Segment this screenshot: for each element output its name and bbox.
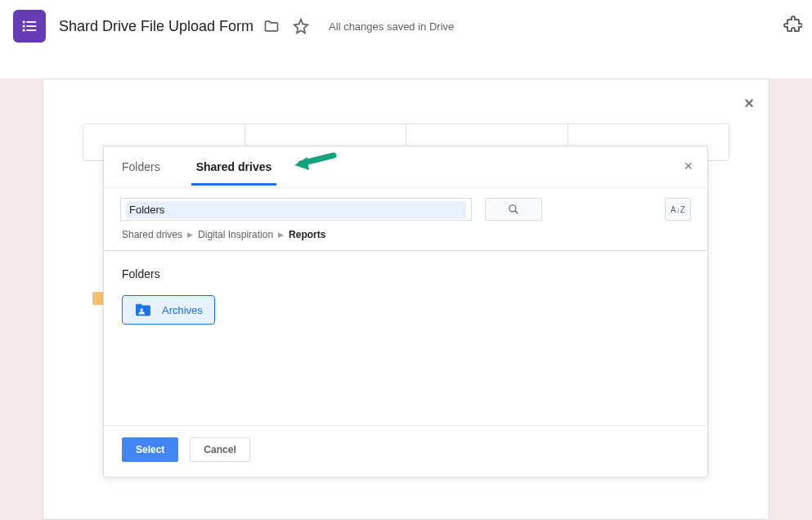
forms-logo[interactable] xyxy=(13,10,46,43)
svg-rect-5 xyxy=(26,29,36,31)
file-picker-modal: Folders Shared drives × A↓Z Shared drive… xyxy=(103,146,708,477)
svg-rect-1 xyxy=(26,21,36,23)
chevron-right-icon: ▶ xyxy=(187,231,193,239)
select-button[interactable]: Select xyxy=(122,437,178,462)
folders-section-label: Folders xyxy=(122,267,689,280)
svg-rect-4 xyxy=(23,29,25,32)
picker-tabs: Folders Shared drives × xyxy=(104,146,707,187)
svg-rect-2 xyxy=(23,25,25,28)
close-icon[interactable]: × xyxy=(744,94,754,113)
svg-rect-0 xyxy=(23,21,25,24)
cancel-button[interactable]: Cancel xyxy=(190,437,249,462)
folder-item-label: Archives xyxy=(162,304,203,316)
sort-button[interactable]: A↓Z xyxy=(665,198,691,221)
forms-logo-icon xyxy=(20,17,38,35)
folder-icon[interactable] xyxy=(263,18,280,34)
breadcrumb-level1[interactable]: Digital Inspiration xyxy=(198,229,273,240)
save-status: All changes saved in Drive xyxy=(329,20,454,33)
star-icon[interactable] xyxy=(293,18,309,34)
document-title[interactable]: Shard Drive File Upload Form xyxy=(59,18,253,35)
search-icon xyxy=(508,204,519,215)
breadcrumb-current: Reports xyxy=(289,229,325,240)
breadcrumb: Shared drives ▶ Digital Inspiration ▶ Re… xyxy=(104,226,707,250)
folder-item-archives[interactable]: Archives xyxy=(122,295,215,325)
svg-point-8 xyxy=(140,308,143,312)
picker-footer: Select Cancel xyxy=(104,425,707,477)
svg-line-7 xyxy=(515,211,518,214)
svg-rect-3 xyxy=(26,25,36,27)
picker-body: Folders Archives xyxy=(104,251,707,425)
tab-folders[interactable]: Folders xyxy=(120,149,162,185)
picker-toolbar: A↓Z xyxy=(104,187,707,226)
svg-point-6 xyxy=(509,205,516,212)
app-header: Shard Drive File Upload Form All changes… xyxy=(0,0,812,52)
search-box[interactable] xyxy=(120,198,472,221)
search-input[interactable] xyxy=(126,201,466,218)
picker-close-icon[interactable]: × xyxy=(684,158,693,175)
search-button[interactable] xyxy=(485,198,542,221)
tab-shared-drives[interactable]: Shared drives xyxy=(195,149,274,185)
chevron-right-icon: ▶ xyxy=(278,231,284,239)
shared-folder-icon xyxy=(134,303,152,317)
breadcrumb-root[interactable]: Shared drives xyxy=(122,229,182,240)
extension-icon[interactable] xyxy=(783,15,802,34)
sort-icon: A↓Z xyxy=(671,205,685,214)
